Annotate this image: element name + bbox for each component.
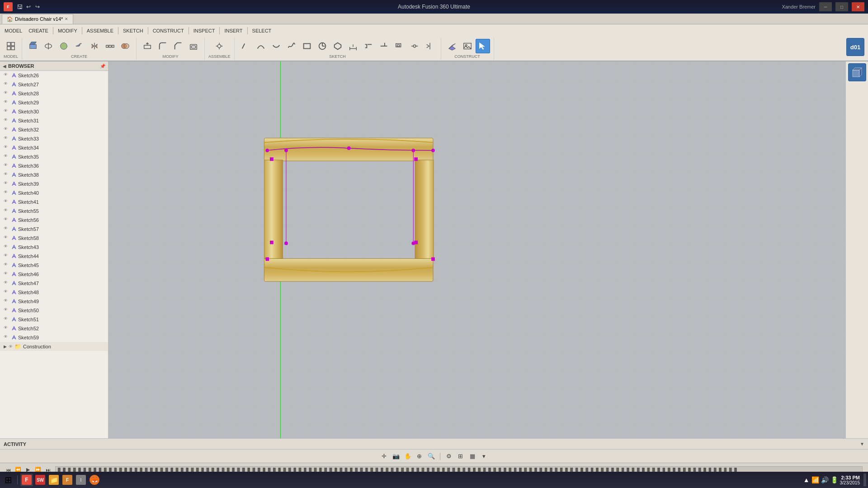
- list-item[interactable]: 👁 Sketch36: [0, 161, 108, 170]
- list-item[interactable]: 👁 Sketch57: [0, 225, 108, 234]
- menu-create[interactable]: CREATE: [26, 27, 51, 34]
- mirror-btn[interactable]: [87, 39, 102, 53]
- sketch-arc2-btn[interactable]: [269, 39, 283, 53]
- menu-sketch[interactable]: SKETCH: [120, 27, 146, 34]
- list-item[interactable]: 👁 Sketch45: [0, 261, 108, 270]
- grid-settings-btn[interactable]: ⊞: [456, 451, 466, 461]
- list-item[interactable]: 👁 Sketch31: [0, 116, 108, 125]
- minimize-btn[interactable]: ─: [819, 2, 832, 11]
- qa-undo-btn[interactable]: ↩: [24, 3, 33, 11]
- menu-insert[interactable]: INSERT: [222, 27, 245, 34]
- pattern-btn[interactable]: [103, 39, 117, 53]
- plane-btn[interactable]: [445, 39, 459, 53]
- list-item[interactable]: 👁 Sketch38: [0, 170, 108, 179]
- sketch-offset-btn[interactable]: [392, 39, 406, 53]
- zoom-fit-btn[interactable]: ⊕: [415, 451, 425, 461]
- maximize-btn[interactable]: □: [835, 2, 848, 11]
- taskbar-solidworks-icon[interactable]: SW: [34, 474, 47, 486]
- zoom-btn[interactable]: 🔍: [426, 451, 436, 461]
- list-item[interactable]: 👁 Sketch33: [0, 134, 108, 143]
- sketch-arc-btn[interactable]: [254, 39, 268, 53]
- shell-btn[interactable]: [186, 39, 201, 53]
- sketch-trim-btn[interactable]: [377, 39, 391, 53]
- image-btn[interactable]: [460, 39, 475, 53]
- sculpt-btn[interactable]: [57, 39, 71, 53]
- joint-btn[interactable]: [212, 39, 226, 53]
- list-item[interactable]: 👁 Sketch39: [0, 179, 108, 188]
- camera-btn[interactable]: 📷: [391, 451, 401, 461]
- close-btn[interactable]: ✕: [852, 2, 864, 11]
- tray-volume-icon[interactable]: 🔊: [821, 476, 829, 483]
- sketch-spline-btn[interactable]: [284, 39, 299, 53]
- view-cube-btn[interactable]: [848, 63, 866, 81]
- qa-redo-btn[interactable]: ↪: [33, 3, 42, 11]
- collapse-sidebar-btn[interactable]: ◀: [3, 64, 6, 69]
- list-item[interactable]: 👁 Sketch30: [0, 107, 108, 116]
- taskbar-fusion-icon[interactable]: F: [61, 474, 74, 486]
- sketch-polygon-btn[interactable]: [330, 39, 345, 53]
- list-item[interactable]: 👁 Sketch56: [0, 216, 108, 225]
- fillet-btn[interactable]: [156, 39, 170, 53]
- construction-folder-item[interactable]: ▶ 👁 📁 Construction: [0, 342, 108, 351]
- sketch-project-btn[interactable]: [407, 39, 422, 53]
- pin-sidebar-btn[interactable]: 📌: [100, 64, 105, 69]
- menu-inspect[interactable]: INSPECT: [191, 27, 218, 34]
- list-item[interactable]: 👁 Sketch44: [0, 252, 108, 261]
- activity-collapse-btn[interactable]: ▼: [860, 441, 864, 446]
- taskbar-inventor-icon[interactable]: I: [75, 474, 87, 486]
- list-item[interactable]: 👁 Sketch48: [0, 288, 108, 297]
- start-button[interactable]: ⊞: [2, 474, 14, 486]
- list-item[interactable]: 👁 Sketch28: [0, 89, 108, 98]
- model-view-btn[interactable]: [4, 39, 18, 53]
- tray-network-icon[interactable]: 📶: [811, 476, 819, 483]
- sketch-line-btn[interactable]: [238, 39, 253, 53]
- tray-battery-icon[interactable]: 🔋: [830, 476, 838, 483]
- display-settings-btn[interactable]: ⚙: [444, 451, 454, 461]
- menu-assemble[interactable]: ASSEMBLE: [84, 27, 116, 34]
- menu-select[interactable]: SELECT: [250, 27, 274, 34]
- document-tab[interactable]: 🏠 Divisadero Chair v14* ✕: [2, 14, 73, 24]
- list-item[interactable]: 👁 Sketch35: [0, 152, 108, 161]
- menu-modify[interactable]: MODIFY: [55, 27, 80, 34]
- menu-construct[interactable]: CONSTRUCT: [150, 27, 187, 34]
- list-item[interactable]: 👁 Sketch52: [0, 324, 108, 333]
- extrude-btn[interactable]: [26, 39, 40, 53]
- combine-btn[interactable]: [118, 39, 132, 53]
- close-tab-btn[interactable]: ✕: [65, 17, 68, 21]
- list-item[interactable]: 👁 Sketch46: [0, 270, 108, 279]
- list-item[interactable]: 👁 Sketch43: [0, 243, 108, 252]
- chamfer-btn[interactable]: [171, 39, 185, 53]
- list-item[interactable]: 👁 Sketch50: [0, 306, 108, 315]
- sketch-constraint-btn[interactable]: [361, 39, 376, 53]
- sketch-mirror-btn[interactable]: [423, 39, 437, 53]
- list-item[interactable]: 👁 Sketch47: [0, 279, 108, 288]
- taskbar-explorer-icon[interactable]: 📁: [47, 474, 60, 486]
- list-item[interactable]: 👁 Sketch59: [0, 333, 108, 342]
- press-pull-btn[interactable]: [140, 39, 155, 53]
- revolve-btn[interactable]: [41, 39, 56, 53]
- list-item[interactable]: 👁 Sketch41: [0, 197, 108, 206]
- select-tool-btn[interactable]: [476, 39, 490, 53]
- taskbar-app-icon[interactable]: F: [20, 474, 33, 486]
- more-btn[interactable]: ▾: [479, 451, 489, 461]
- qa-save-btn[interactable]: 🖫: [15, 3, 24, 11]
- list-item[interactable]: 👁 Sketch26: [0, 71, 108, 80]
- list-item[interactable]: 👁 Sketch49: [0, 297, 108, 306]
- snap-btn[interactable]: ✛: [379, 451, 389, 461]
- tray-icon-arrow[interactable]: ▲: [803, 476, 810, 483]
- list-item[interactable]: 👁 Sketch34: [0, 143, 108, 152]
- list-item[interactable]: 👁 Sketch27: [0, 80, 108, 89]
- taskbar-firefox-icon[interactable]: 🦊: [88, 474, 101, 486]
- list-item[interactable]: 👁 Sketch55: [0, 206, 108, 216]
- list-item[interactable]: 👁 Sketch58: [0, 234, 108, 243]
- pipe-btn[interactable]: [72, 39, 86, 53]
- table-btn[interactable]: ▦: [467, 451, 477, 461]
- taskbar-clock[interactable]: 2:33 PM 3/23/2015: [840, 475, 860, 485]
- list-item[interactable]: 👁 Sketch51: [0, 315, 108, 324]
- sketch-dimension-btn[interactable]: [346, 39, 360, 53]
- sketch-rect-btn[interactable]: [300, 39, 314, 53]
- browser-content[interactable]: 👁 Sketch26 👁 Sketch27 👁 Sketch28 👁 Sketc…: [0, 71, 108, 438]
- sketch-circle-btn[interactable]: [315, 39, 330, 53]
- show-desktop-btn[interactable]: [863, 474, 866, 486]
- viewport[interactable]: [108, 61, 845, 438]
